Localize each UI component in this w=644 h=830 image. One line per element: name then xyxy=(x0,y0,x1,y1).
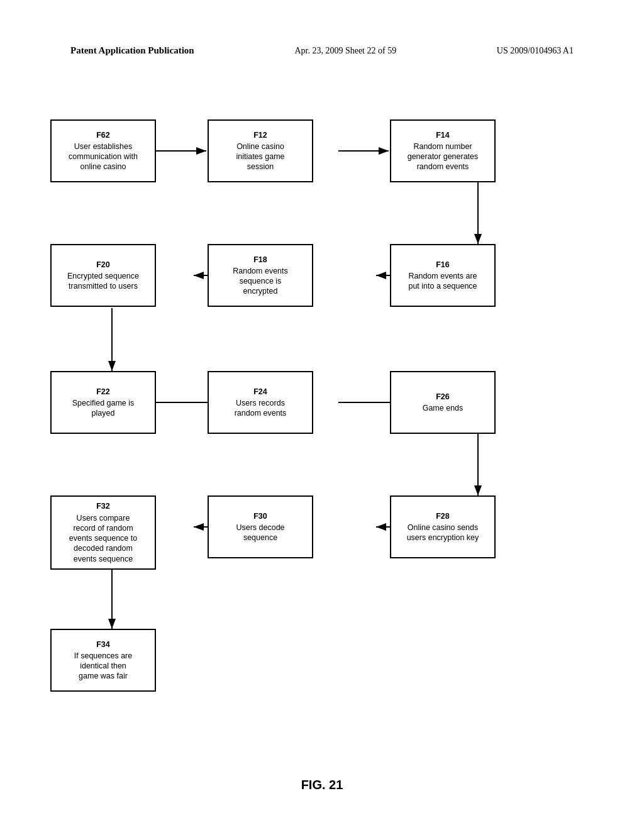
box-F22: F22 Specified game isplayed xyxy=(50,371,156,434)
box-F30-id: F30 xyxy=(253,511,267,521)
box-F14-id: F14 xyxy=(436,130,450,140)
box-F28-id: F28 xyxy=(436,511,450,521)
box-F26-text: Game ends xyxy=(423,403,464,413)
box-F26-id: F26 xyxy=(436,392,450,402)
box-F22-text: Specified game isplayed xyxy=(72,398,135,419)
fig-label: FIG. 21 xyxy=(0,778,644,792)
box-F30-text: Users decodesequence xyxy=(236,523,284,543)
box-F12-id: F12 xyxy=(253,130,267,140)
box-F34-id: F34 xyxy=(96,639,110,650)
box-F22-id: F22 xyxy=(96,387,110,397)
diagram-area: F62 User establishescommunication withon… xyxy=(38,101,606,704)
box-F18-id: F18 xyxy=(253,255,267,265)
box-F32: F32 Users comparerecord of randomevents … xyxy=(50,495,156,570)
box-F34-text: If sequences areidentical thengame was f… xyxy=(74,651,132,682)
box-F28: F28 Online casino sendsusers encryption … xyxy=(390,495,496,558)
box-F30: F30 Users decodesequence xyxy=(208,495,313,558)
header-right: US 2009/0104963 A1 xyxy=(497,46,574,56)
header-center: Apr. 23, 2009 Sheet 22 of 59 xyxy=(294,46,396,56)
box-F24-id: F24 xyxy=(253,387,267,397)
page-header: Patent Application Publication Apr. 23, … xyxy=(70,45,574,56)
box-F24: F24 Users recordsrandom events xyxy=(208,371,313,434)
header-left: Patent Application Publication xyxy=(70,45,194,56)
box-F62-id: F62 xyxy=(96,130,110,140)
box-F32-id: F32 xyxy=(96,501,110,511)
box-F26: F26 Game ends xyxy=(390,371,496,434)
box-F28-text: Online casino sendsusers encryption key xyxy=(407,523,479,543)
box-F16-id: F16 xyxy=(436,260,450,270)
box-F62-text: User establishescommunication withonline… xyxy=(69,141,138,172)
box-F12: F12 Online casinoinitiates gamesession xyxy=(208,119,313,182)
box-F14: F14 Random numbergenerator generatesrand… xyxy=(390,119,496,182)
box-F34: F34 If sequences areidentical thengame w… xyxy=(50,629,156,692)
box-F20: F20 Encrypted sequencetransmitted to use… xyxy=(50,244,156,307)
box-F18-text: Random eventssequence isencrypted xyxy=(233,266,288,297)
box-F16: F16 Random events areput into a sequence xyxy=(390,244,496,307)
box-F18: F18 Random eventssequence isencrypted xyxy=(208,244,313,307)
box-F62: F62 User establishescommunication withon… xyxy=(50,119,156,182)
box-F20-text: Encrypted sequencetransmitted to users xyxy=(67,271,139,292)
box-F32-text: Users comparerecord of randomevents sequ… xyxy=(69,513,137,564)
box-F24-text: Users recordsrandom events xyxy=(235,398,287,419)
box-F12-text: Online casinoinitiates gamesession xyxy=(236,141,284,172)
box-F16-text: Random events areput into a sequence xyxy=(408,271,477,292)
box-F20-id: F20 xyxy=(96,260,110,270)
box-F14-text: Random numbergenerator generatesrandom e… xyxy=(408,141,479,172)
